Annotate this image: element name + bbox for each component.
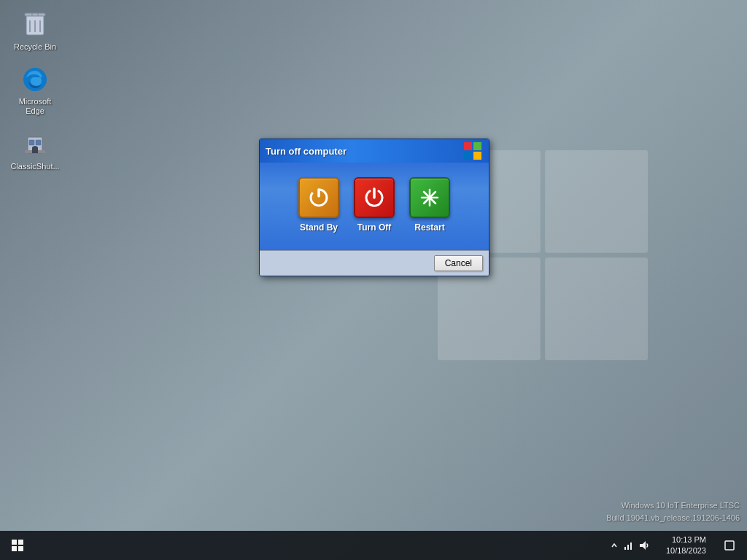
power-buttons-row: Stand By Turn Off	[271, 177, 477, 233]
dialog-body: Stand By Turn Off	[260, 163, 489, 250]
restart-button[interactable]: Restart	[409, 177, 450, 233]
turnoff-icon	[354, 177, 395, 218]
standby-icon	[298, 177, 339, 218]
restart-icon	[409, 177, 450, 218]
svg-rect-17	[473, 142, 481, 150]
desktop: Recycle Bin Microsoft Edge	[0, 0, 747, 560]
dialog-footer: Cancel	[260, 250, 489, 276]
dialog-titlebar: Turn off computer	[260, 139, 489, 163]
turnoff-label: Turn Off	[357, 222, 391, 233]
turnoff-button[interactable]: Turn Off	[354, 177, 395, 233]
turn-off-dialog: Turn off computer	[259, 139, 489, 276]
restart-label: Restart	[414, 222, 444, 233]
svg-point-27	[427, 195, 432, 200]
svg-rect-19	[473, 152, 481, 160]
svg-rect-18	[464, 152, 472, 160]
standby-label: Stand By	[300, 222, 338, 233]
windows-flag-logo	[462, 141, 483, 161]
standby-button[interactable]: Stand By	[298, 177, 339, 233]
svg-rect-16	[464, 142, 472, 150]
dialog-title: Turn off computer	[266, 146, 347, 157]
cancel-button[interactable]: Cancel	[434, 255, 483, 271]
dialog-overlay	[0, 0, 747, 560]
